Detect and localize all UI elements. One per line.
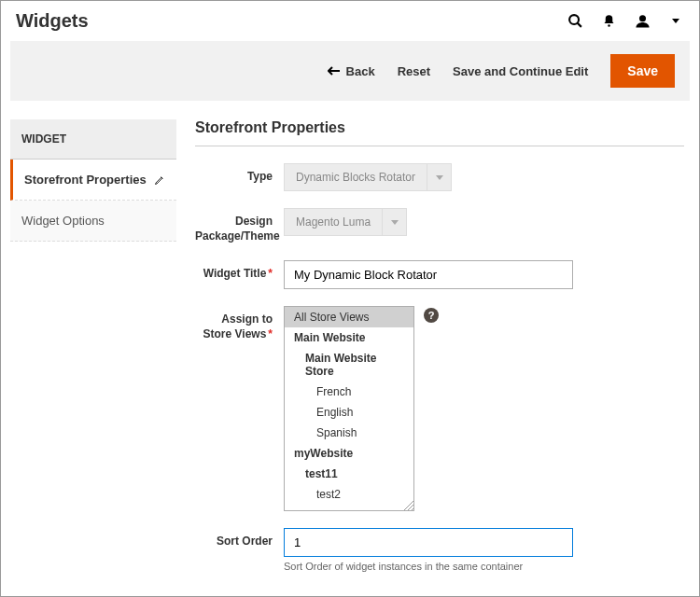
widget-title-input[interactable] <box>284 260 573 289</box>
arrow-left-icon <box>328 66 341 76</box>
store-view-option[interactable]: French <box>285 382 413 402</box>
store-view-option[interactable]: English <box>285 402 413 423</box>
store-view-option[interactable]: test11 <box>285 464 413 484</box>
sidebar-item-widget-options[interactable]: Widget Options <box>10 201 176 242</box>
store-view-option[interactable]: All Store Views <box>285 307 413 327</box>
sort-order-input[interactable] <box>284 528 573 557</box>
sort-order-hint: Sort Order of widget instances in the sa… <box>284 561 684 572</box>
store-view-option[interactable]: Main Website Store <box>285 348 413 382</box>
svg-point-0 <box>569 15 579 24</box>
type-value: Dynamic Blocks Rotator <box>284 163 427 191</box>
store-view-option[interactable]: Main Website <box>285 327 413 348</box>
store-view-option[interactable]: myWebsite <box>285 443 413 464</box>
notifications-icon[interactable] <box>600 13 617 30</box>
edit-icon <box>154 174 165 186</box>
design-label: Design Package/Theme <box>195 208 284 243</box>
back-button[interactable]: Back <box>328 64 375 78</box>
store-view-option[interactable]: Spanish <box>285 423 413 443</box>
store-view-option[interactable]: newWebsite <box>285 505 413 511</box>
svg-line-1 <box>577 23 581 27</box>
store-views-label: Assign to Store Views* <box>195 306 284 341</box>
type-select: Dynamic Blocks Rotator <box>284 163 684 191</box>
save-continue-button[interactable]: Save and Continue Edit <box>453 64 588 78</box>
store-views-multiselect[interactable]: All Store ViewsMain WebsiteMain Website … <box>284 306 414 511</box>
resize-handle-icon[interactable] <box>404 501 413 510</box>
store-view-option[interactable]: test2 <box>285 484 413 505</box>
chevron-down-icon <box>383 208 407 236</box>
sidebar-title: WIDGET <box>10 119 176 160</box>
svg-point-2 <box>608 24 610 27</box>
chevron-down-icon <box>427 163 452 191</box>
help-icon[interactable]: ? <box>424 308 439 323</box>
section-title: Storefront Properties <box>195 119 684 146</box>
design-select: Magento Luma <box>284 208 684 236</box>
save-button[interactable]: Save <box>610 54 675 88</box>
sidebar-item-label: Storefront Properties <box>24 173 147 187</box>
sidebar: WIDGET Storefront Properties Widget Opti… <box>10 119 176 576</box>
sidebar-item-storefront-properties[interactable]: Storefront Properties <box>10 160 176 201</box>
dropdown-caret-icon[interactable] <box>667 13 684 30</box>
design-value: Magento Luma <box>284 208 383 236</box>
required-mark: * <box>268 267 273 280</box>
search-icon[interactable] <box>567 13 583 30</box>
page-title: Widgets <box>16 10 89 32</box>
required-mark: * <box>268 327 273 340</box>
type-label: Type <box>195 163 284 185</box>
sort-order-label: Sort Order <box>195 528 284 549</box>
sidebar-item-label: Widget Options <box>21 214 105 228</box>
svg-point-3 <box>638 15 645 21</box>
account-icon[interactable] <box>634 13 651 30</box>
widget-title-label: Widget Title* <box>195 260 284 282</box>
actions-toolbar: Back Reset Save and Continue Edit Save <box>10 41 690 101</box>
back-label: Back <box>346 64 375 78</box>
reset-button[interactable]: Reset <box>398 64 430 78</box>
